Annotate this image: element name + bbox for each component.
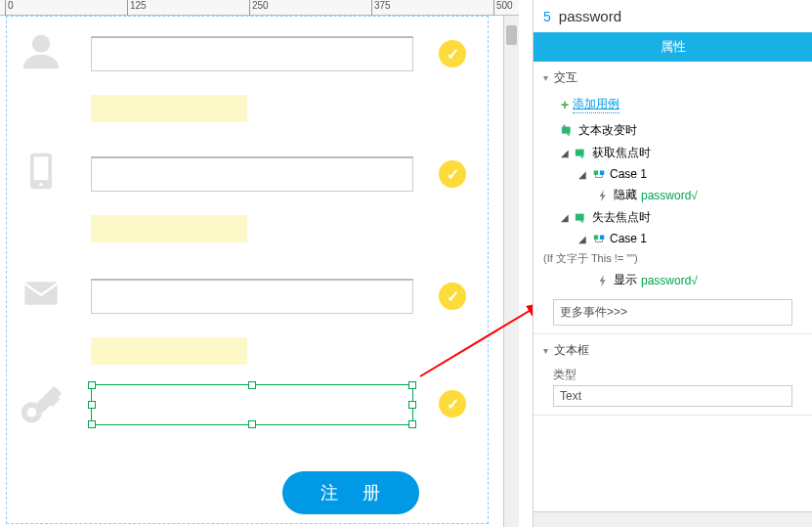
case-node[interactable]: ◢ Case 1 [578,229,802,248]
textbox-header[interactable]: ▾ 文本框 [543,342,802,359]
user-icon [17,26,65,75]
chevron-down-icon: ▾ [543,345,548,356]
expand-icon: ◢ [561,148,571,158]
svg-rect-7 [562,126,571,133]
envelope-icon [17,269,65,318]
email-hint [91,337,247,365]
properties-panel: 5 password 属性 ▾ 交互 + 添加用例 文本改变时 ◢ 获取焦点时 … [533,0,812,527]
expand-icon: ◢ [578,234,588,244]
phone-hint [91,215,247,242]
resize-handle[interactable] [88,381,96,389]
svg-rect-8 [576,149,584,155]
resize-handle[interactable] [88,401,96,409]
svg-rect-2 [34,156,49,180]
plus-icon: + [561,97,569,112]
username-input[interactable] [91,36,413,71]
event-icon [561,124,575,138]
interaction-section: ▾ 交互 + 添加用例 文本改变时 ◢ 获取焦点时 ◢ Case 1 [534,62,812,334]
svg-rect-10 [600,171,604,175]
page-boundary: 注 册 [6,16,489,524]
type-select[interactable]: Text [553,385,792,407]
username-hint [91,95,247,122]
register-button[interactable]: 注 册 [282,471,419,514]
add-case-link[interactable]: + 添加用例 [561,96,802,113]
lightning-icon [596,274,610,287]
action-show[interactable]: 显示 password√ [596,269,802,291]
chevron-down-icon: ▾ [543,72,548,83]
resize-handle[interactable] [408,420,416,428]
tab-properties[interactable]: 属性 [534,32,812,62]
type-label: 类型 [553,367,792,383]
action-hide[interactable]: 隐藏 password√ [596,184,802,206]
event-focus-gain[interactable]: ◢ 获取焦点时 [561,142,802,164]
svg-point-3 [39,183,43,187]
case-icon [592,232,606,245]
resize-handle[interactable] [248,420,256,428]
svg-rect-9 [594,171,598,175]
svg-point-5 [24,405,39,419]
events-tree: 文本改变时 ◢ 获取焦点时 ◢ Case 1 隐藏 password√ ◢ 失去… [543,119,802,291]
element-title: 5 password [534,0,812,32]
element-name: password [559,8,621,24]
design-canvas[interactable]: 0 125 250 375 500 [0,0,519,527]
case-condition: (If 文字于 This != "") [543,248,802,269]
textbox-section: ▾ 文本框 类型 Text [534,334,812,416]
element-number: 5 [543,9,551,24]
resize-handle[interactable] [88,420,96,428]
case-node[interactable]: ◢ Case 1 [578,164,802,184]
svg-rect-11 [576,213,584,220]
event-icon [575,147,588,160]
email-check-icon [439,283,466,310]
expand-icon: ◢ [561,212,571,223]
phone-check-icon [439,160,466,188]
more-events-button[interactable]: 更多事件>>> [553,299,792,326]
case-icon [592,167,606,181]
event-icon [575,211,588,225]
lightning-icon [596,189,610,202]
expand-icon: ◢ [578,169,588,180]
resize-handle[interactable] [408,401,416,409]
key-icon [17,382,65,431]
vertical-scrollbar[interactable] [503,16,519,527]
svg-rect-4 [24,282,57,304]
event-focus-lose[interactable]: ◢ 失去焦点时 [561,206,802,229]
email-input[interactable] [91,279,413,314]
password-input-selected[interactable] [91,384,413,425]
svg-rect-13 [600,236,604,240]
phone-input[interactable] [91,156,413,192]
phone-icon [17,147,65,196]
horizontal-ruler: 0 125 250 375 500 [0,0,519,16]
password-check-icon [439,390,466,417]
resize-handle[interactable] [408,381,416,389]
svg-rect-12 [594,236,598,240]
horizontal-scrollbar[interactable] [534,511,812,527]
event-text-change[interactable]: 文本改变时 [561,119,802,142]
svg-point-0 [32,35,50,53]
interaction-header[interactable]: ▾ 交互 [543,69,802,86]
resize-handle[interactable] [248,381,256,389]
username-check-icon [439,40,466,67]
